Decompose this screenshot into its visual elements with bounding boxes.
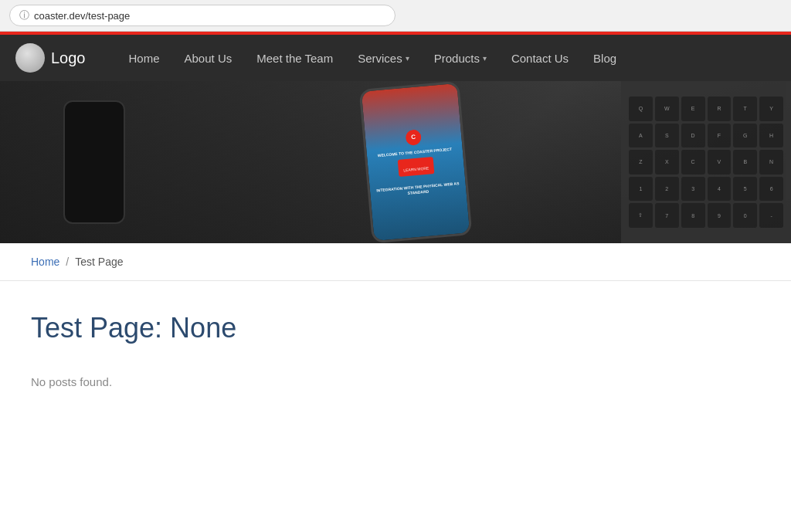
key-shift: ⇧ — [629, 203, 653, 228]
phone-screen: C WELCOME TO THE COASTER PROJECT LEARN M… — [362, 83, 470, 241]
nav-item-products[interactable]: Products ▾ — [422, 35, 499, 81]
nav-links: Home About Us Meet the Team Services ▾ P… — [117, 35, 630, 81]
nav-link-blog[interactable]: Blog — [581, 35, 629, 81]
phone-left-decoration — [63, 100, 125, 224]
logo-text: Logo — [51, 49, 86, 67]
hero-section: Q W E R T Y A S D F G H Z X C V B N 1 2 … — [0, 81, 791, 243]
nav-item-home[interactable]: Home — [117, 35, 172, 81]
key-v: V — [708, 150, 732, 175]
nav-link-team[interactable]: Meet the Team — [244, 35, 345, 81]
key-b: B — [733, 150, 757, 175]
url-bar[interactable]: ⓘ coaster.dev/test-page — [9, 5, 396, 26]
nav-item-contact[interactable]: Contact Us — [499, 35, 581, 81]
nav-link-services[interactable]: Services ▾ — [345, 35, 422, 81]
breadcrumb-current: Test Page — [75, 256, 123, 268]
nav-item-blog[interactable]: Blog — [581, 35, 629, 81]
key-1: 1 — [629, 177, 653, 202]
key-9: 9 — [708, 203, 732, 228]
main-content: Test Page: None No posts found. — [0, 281, 791, 419]
key-dash: - — [759, 203, 783, 228]
key-c: C — [681, 150, 705, 175]
key-6: 6 — [759, 177, 783, 202]
nav-link-products[interactable]: Products ▾ — [422, 35, 499, 81]
key-5: 5 — [733, 177, 757, 202]
key-q: Q — [629, 97, 653, 121]
key-s: S — [655, 124, 679, 148]
key-3: 3 — [681, 177, 705, 202]
key-r: R — [708, 97, 732, 121]
page-title: Test Page: None — [31, 312, 760, 344]
products-dropdown-arrow: ▾ — [483, 54, 487, 63]
services-dropdown-arrow: ▾ — [406, 54, 409, 63]
breadcrumb: Home / Test Page — [0, 243, 791, 281]
phone-text-integration: INTEGRATION WITH THE PHYSICAL WEB AS STA… — [376, 181, 460, 198]
key-e: E — [681, 97, 705, 121]
keyboard-decoration: Q W E R T Y A S D F G H Z X C V B N 1 2 … — [621, 81, 791, 243]
nav-item-team[interactable]: Meet the Team — [244, 35, 345, 81]
nav-item-about[interactable]: About Us — [172, 35, 245, 81]
key-w: W — [655, 97, 679, 121]
key-a: A — [629, 124, 653, 148]
key-d: D — [681, 124, 705, 148]
key-f: F — [708, 124, 732, 148]
key-0: 0 — [733, 203, 757, 228]
phone-text-welcome: WELCOME TO THE COASTER PROJECT — [377, 146, 452, 158]
url-text: coaster.dev/test-page — [34, 10, 130, 22]
nav-logo[interactable]: Logo — [15, 43, 86, 73]
breadcrumb-home-link[interactable]: Home — [31, 256, 59, 268]
key-y: Y — [759, 97, 783, 121]
key-z: Z — [629, 150, 653, 175]
key-x: X — [655, 150, 679, 175]
nav-link-about[interactable]: About Us — [172, 35, 245, 81]
key-g: G — [733, 124, 757, 148]
no-posts-message: No posts found. — [31, 375, 760, 388]
browser-chrome: ⓘ coaster.dev/test-page — [0, 0, 791, 32]
navbar: Logo Home About Us Meet the Team Service… — [0, 35, 791, 81]
key-2: 2 — [655, 177, 679, 202]
nav-item-services[interactable]: Services ▾ — [345, 35, 422, 81]
nav-link-contact[interactable]: Contact Us — [499, 35, 581, 81]
info-icon: ⓘ — [19, 8, 29, 22]
logo-icon — [15, 43, 45, 73]
key-n: N — [759, 150, 783, 175]
key-7: 7 — [655, 203, 679, 228]
key-4: 4 — [708, 177, 732, 202]
nav-link-home[interactable]: Home — [117, 35, 172, 81]
key-h: H — [759, 124, 783, 148]
phone-mockup: C WELCOME TO THE COASTER PROJECT LEARN M… — [359, 81, 473, 243]
key-t: T — [733, 97, 757, 121]
key-8: 8 — [681, 203, 705, 228]
breadcrumb-separator: / — [66, 256, 69, 268]
